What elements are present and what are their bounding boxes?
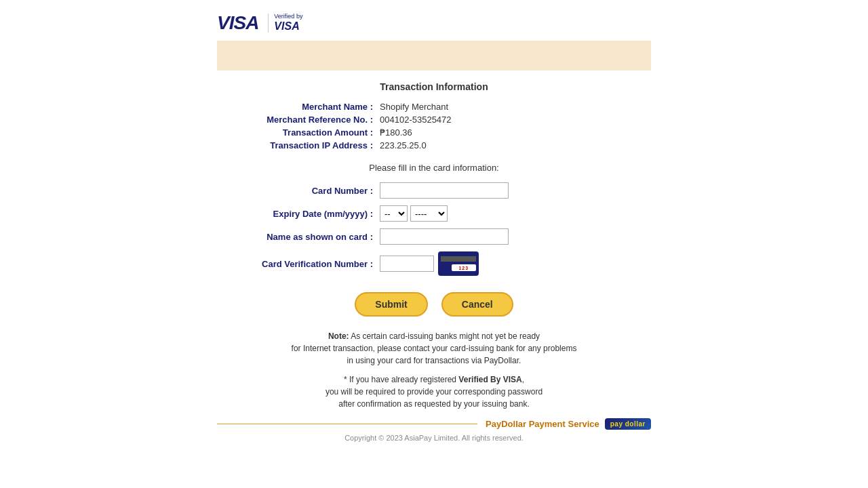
merchant-ref-row: Merchant Reference No. : 004102-53525472	[231, 115, 637, 125]
cvn-image: 123	[438, 251, 479, 276]
card-number-label: Card Number :	[231, 186, 380, 196]
merchant-name-value: Shopify Merchant	[380, 102, 448, 112]
footer-right: PayDollar Payment Service pay dollar	[477, 418, 651, 430]
cvn-label: Card Verification Number :	[231, 259, 380, 269]
top-banner	[217, 41, 651, 70]
paydollar-service-label: PayDollar Payment Service	[486, 419, 599, 429]
cvn-stripe	[441, 256, 476, 262]
visa-logo: VISA	[217, 12, 258, 34]
footer-line: PayDollar Payment Service pay dollar	[217, 418, 651, 430]
expiry-month-select[interactable]: -- 01020304 05060708 09101112	[380, 205, 408, 222]
submit-button[interactable]: Submit	[355, 292, 427, 317]
visa-verified-label: VISA	[274, 20, 302, 33]
card-number-input[interactable]	[380, 182, 509, 199]
cvn-input[interactable]	[380, 256, 434, 272]
verified-by-label: Verified by	[274, 14, 302, 20]
cancel-button[interactable]: Cancel	[441, 292, 513, 317]
footer-divider	[217, 424, 477, 424]
fill-prompt: Please fill in the card information:	[231, 163, 637, 173]
merchant-name-row: Merchant Name : Shopify Merchant	[231, 102, 637, 112]
note-section: Note: As certain card-issuing banks migh…	[217, 330, 651, 410]
card-number-row: Card Number :	[231, 182, 637, 199]
card-name-input[interactable]	[380, 228, 509, 245]
verified-by-visa-badge: Verified by VISA	[268, 14, 302, 32]
cvn-box-text: 123	[458, 266, 469, 270]
note-text: Note: As certain card-issuing banks migh…	[244, 330, 624, 367]
header: VISA Verified by VISA	[217, 0, 651, 41]
cvn-box: 123	[452, 264, 476, 271]
transaction-info-table: Merchant Name : Shopify Merchant Merchan…	[217, 102, 651, 150]
note-bold: Note:	[328, 331, 349, 341]
transaction-ip-value: 223.25.25.0	[380, 140, 427, 150]
card-form-section: Please fill in the card information: Car…	[217, 163, 651, 276]
expiry-year-select[interactable]: ---- 202420252026 2027202820292030	[410, 205, 448, 222]
transaction-amount-row: Transaction Amount : ₱180.36	[231, 127, 637, 138]
expiry-date-row: Expiry Date (mm/yyyy) : -- 01020304 0506…	[231, 205, 637, 222]
cvn-row: Card Verification Number : 123	[231, 251, 637, 276]
transaction-ip-row: Transaction IP Address : 223.25.25.0	[231, 140, 637, 150]
transaction-amount-label: Transaction Amount :	[231, 127, 380, 138]
card-name-row: Name as shown on card :	[231, 228, 637, 245]
expiry-selects: -- 01020304 05060708 09101112 ---- 20242…	[380, 205, 448, 222]
merchant-name-label: Merchant Name :	[231, 102, 380, 112]
transaction-section-title: Transaction Information	[217, 81, 651, 92]
merchant-ref-value: 004102-53525472	[380, 115, 452, 125]
transaction-amount-value: ₱180.36	[380, 127, 412, 138]
expiry-date-label: Expiry Date (mm/yyyy) :	[231, 209, 380, 219]
action-buttons: Submit Cancel	[217, 292, 651, 317]
transaction-ip-label: Transaction IP Address :	[231, 140, 380, 150]
card-name-label: Name as shown on card :	[231, 232, 380, 242]
copyright: Copyright © 2023 AsiaPay Limited. All ri…	[217, 434, 651, 449]
paydollar-badge: pay dollar	[605, 418, 651, 430]
verified-note: * If you have already registered Verifie…	[244, 373, 624, 410]
merchant-ref-label: Merchant Reference No. :	[231, 115, 380, 125]
verified-by-visa-text: Verified By VISA	[458, 375, 521, 384]
cvn-input-group: 123	[380, 251, 479, 276]
